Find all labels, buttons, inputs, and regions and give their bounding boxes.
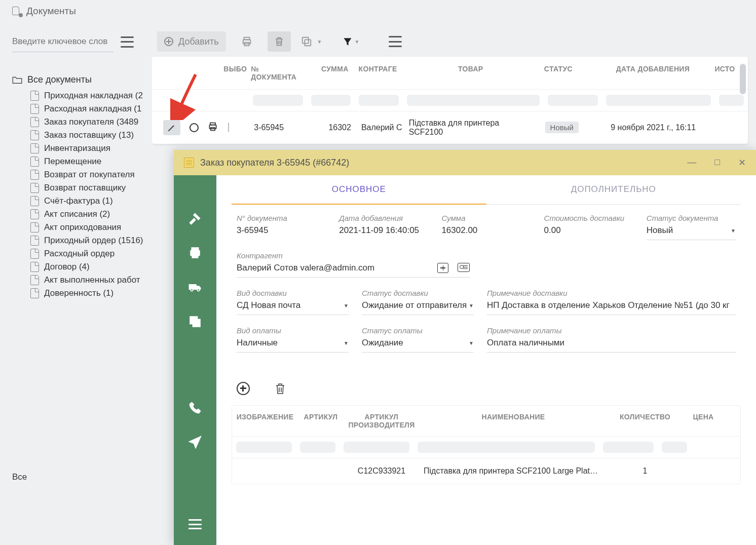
value-cagent[interactable]: Валерий Сотов valera@admin.com	[237, 263, 470, 278]
th-cagent[interactable]: КОНТРАГЕ	[354, 65, 402, 81]
modal-main: ОСНОВНОЕ ДОПОЛНИТЕЛЬНО N° документа3-659…	[216, 175, 756, 545]
th-date[interactable]: ДАТА ДОБАВЛЕНИЯ	[596, 65, 710, 81]
modal-sidebar	[174, 175, 216, 545]
ith-image[interactable]: ИЗОБРАЖЕНИЕ	[232, 413, 298, 429]
tree-item[interactable]: Перемещение	[30, 155, 152, 168]
value-date: 2021-11-09 16:40:05	[339, 225, 428, 240]
icell-name: Підставка для принтера SCF2100 Large Pla…	[420, 466, 607, 476]
status-badge: Новый	[545, 122, 579, 133]
tree-item[interactable]: Расходный ордер	[30, 247, 152, 260]
tree-item[interactable]: Договор (4)	[30, 260, 152, 274]
tree-item[interactable]: Приходная накладная (2	[30, 89, 152, 102]
ith-article-mfr[interactable]: АРТИКУЛ ПРОИЗВОДИТЕЛЯ	[344, 413, 420, 429]
row-print-icon[interactable]	[208, 122, 218, 134]
cell-sum: 16302	[311, 123, 356, 132]
tree-item[interactable]: Акт списания (2)	[30, 208, 152, 221]
tab-main[interactable]: ОСНОВНОЕ	[232, 175, 486, 205]
add-button-label: Добавить	[178, 36, 219, 47]
th-status[interactable]: СТАТУС	[539, 65, 596, 81]
caret-down-icon: ▼	[355, 39, 360, 45]
ith-name[interactable]: НАИМЕНОВАНИЕ	[420, 413, 607, 429]
label-pay-type: Вид оплаты	[237, 326, 349, 335]
note-icon	[184, 158, 194, 168]
row-checkbox[interactable]	[228, 123, 229, 132]
tree-item[interactable]: Инвентаризация	[30, 142, 152, 155]
tree-item[interactable]: Заказ поставщику (13)	[30, 129, 152, 142]
th-sum[interactable]: СУММА	[308, 65, 353, 81]
tree-item[interactable]: Возврат поставщику	[30, 181, 152, 194]
close-icon[interactable]: ✕	[738, 157, 746, 168]
file-icon	[30, 117, 39, 127]
select-pay-type[interactable]: Наличные▼	[237, 338, 349, 353]
add-button[interactable]: Добавить	[157, 31, 226, 52]
ith-price[interactable]: ЦЕНА	[683, 413, 724, 429]
modal-sidebar-menu[interactable]	[188, 518, 202, 531]
search-input[interactable]	[12, 31, 114, 52]
documents-icon	[12, 7, 21, 16]
plus-icon	[164, 37, 173, 46]
modal-titlebar[interactable]: Заказ покупателя 3-65945 (#66742) — □ ✕	[174, 150, 756, 175]
table-row[interactable]: 3-65945 16302 Валерий С Підставка для пр…	[152, 111, 748, 144]
copy-button[interactable]: ▼	[300, 31, 323, 52]
icell-qty: 1	[607, 466, 683, 476]
value-ship-note[interactable]: НП Доставка в отделение Харьков Отделени…	[487, 300, 736, 315]
tree-item-label: Акт списания (2)	[44, 209, 110, 219]
auction-icon[interactable]	[188, 212, 202, 225]
delete-item-icon[interactable]	[274, 382, 287, 395]
value-pay-note[interactable]: Оплата наличными	[487, 338, 736, 353]
cell-status: Новый	[540, 123, 597, 132]
value-ship-cost: 0.00	[544, 225, 633, 240]
edit-icon[interactable]	[163, 120, 180, 135]
select-ship-status[interactable]: Ожидание от отправителя▼	[362, 300, 474, 315]
file-icon	[30, 157, 39, 167]
tree-root-label: Все документы	[27, 74, 92, 85]
svg-point-12	[197, 289, 199, 291]
document-tree: Все документы Приходная накладная (2Расх…	[12, 74, 152, 300]
tree-item[interactable]: Расходная накладная (1	[30, 102, 152, 115]
th-select[interactable]: ВЫБО	[218, 65, 246, 81]
svg-rect-14	[193, 320, 200, 327]
tree-item[interactable]: Доверенность (1)	[30, 287, 152, 300]
tree-item[interactable]: Возврат от покупателя	[30, 168, 152, 181]
tree-item[interactable]: Приходный ордер (1516)	[30, 234, 152, 247]
add-contact-icon[interactable]	[437, 263, 448, 273]
file-icon	[30, 196, 39, 206]
ith-qty[interactable]: КОЛИЧЕСТВО	[607, 413, 683, 429]
tab-extra[interactable]: ДОПОЛНИТЕЛЬНО	[486, 175, 741, 205]
copy-icon[interactable]	[188, 315, 202, 328]
tree-item[interactable]: Акт выполненных работ	[30, 274, 152, 287]
tree-item[interactable]: Счёт-фактура (1)	[30, 194, 152, 208]
minimize-icon[interactable]: —	[687, 157, 696, 168]
print-button[interactable]	[235, 31, 258, 52]
file-icon	[30, 209, 39, 219]
tree-item[interactable]: Акт оприходования	[30, 221, 152, 234]
filter-button[interactable]: ▼	[343, 36, 360, 47]
phone-icon[interactable]	[188, 401, 202, 414]
th-num[interactable]: № ДОКУМЕНТА	[246, 65, 308, 81]
tree-item-label: Акт оприходования	[44, 222, 121, 232]
contact-card-icon[interactable]	[458, 263, 470, 272]
svg-rect-10	[193, 254, 198, 258]
send-icon[interactable]	[188, 436, 202, 449]
print-icon[interactable]	[188, 246, 202, 259]
mark-icon[interactable]	[190, 123, 199, 132]
select-pay-status[interactable]: Ожидание▼	[362, 338, 474, 353]
delete-button[interactable]	[268, 31, 291, 52]
select-ship-type[interactable]: СД Новая почта▼	[237, 300, 349, 315]
th-product[interactable]: ТОВАР	[402, 65, 539, 81]
truck-icon[interactable]	[188, 281, 202, 294]
add-item-icon[interactable]	[237, 382, 250, 395]
tree-item-label: Заказ поставщику (13)	[44, 130, 134, 140]
select-doc-status[interactable]: Новый▼	[647, 225, 736, 240]
documents-table: ВЫБО № ДОКУМЕНТА СУММА КОНТРАГЕ ТОВАР СТ…	[152, 57, 748, 144]
icell-artm: C12C933921	[344, 466, 420, 476]
ith-article[interactable]: АРТИКУЛ	[298, 413, 344, 429]
table-filter-row	[152, 90, 748, 111]
toolbar-menu-icon[interactable]	[389, 36, 402, 47]
items-row[interactable]: C12C933921 Підставка для принтера SCF210…	[232, 458, 740, 484]
sidebar-menu-icon[interactable]	[121, 36, 134, 48]
value-sum: 16302.00	[441, 225, 531, 240]
tree-root[interactable]: Все документы	[12, 74, 152, 85]
tree-item[interactable]: Заказ покупателя (3489	[30, 115, 152, 129]
maximize-icon[interactable]: □	[714, 157, 720, 168]
